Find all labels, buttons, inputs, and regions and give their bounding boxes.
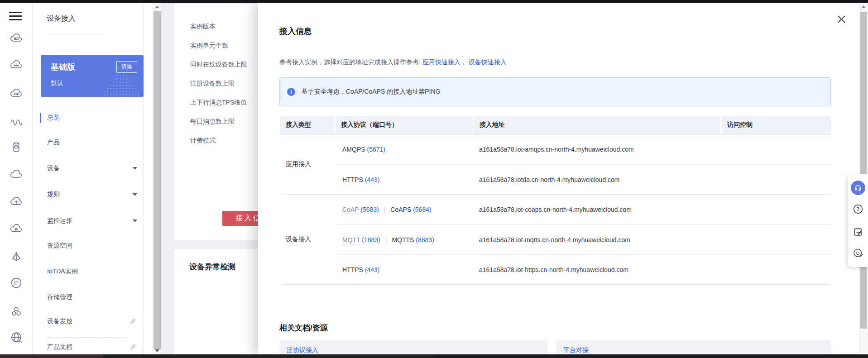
port-link[interactable]: (1883)	[362, 236, 380, 243]
message-waves-icon[interactable]	[9, 113, 24, 128]
cluster-icon[interactable]	[9, 304, 24, 319]
protocol-cell: HTTPS (443)	[336, 176, 474, 183]
sidebar-item-7[interactable]: IoTDA实例	[40, 267, 144, 277]
info-icon: i	[287, 88, 295, 96]
top-bar	[0, 0, 868, 3]
cloud-play-icon[interactable]	[9, 221, 24, 236]
sidebar-item-label: 监控运维	[40, 217, 72, 225]
sidebar-item-10[interactable]: 产品文档	[40, 342, 144, 352]
protocol-name: AMQPS	[342, 146, 365, 153]
protocol-name[interactable]: MQTT	[342, 236, 360, 244]
port-link[interactable]: (5671)	[367, 146, 385, 153]
page-scrollbar[interactable]	[153, 3, 162, 354]
sidebar-item-label: 产品	[40, 138, 60, 147]
address-cell: a161a58a78.iot-amqps.cn-north-4.myhuawei…	[474, 146, 722, 153]
protocol-name: MQTTS	[392, 236, 414, 243]
scrollbar-thumb[interactable]	[860, 12, 867, 329]
spec-label: 计费模式	[190, 137, 216, 145]
address-cell: a161a58a78.iot-mqtts.cn-north-4.myhuawei…	[474, 236, 722, 243]
plan-name: 基础版	[51, 62, 75, 72]
sidebar-item-4[interactable]: 规则	[40, 190, 144, 200]
plan-card: 基础版 切换 默认	[41, 55, 144, 97]
help-question-icon[interactable]: ?	[851, 202, 865, 216]
table-row: MQTT (1883)|MQTTS (8883)a161a58a78.iot-m…	[336, 224, 831, 254]
scrollbar-thumb[interactable]	[153, 11, 161, 349]
sidebar-item-9[interactable]: 设备发放	[40, 316, 144, 326]
icon-rail: IPw	[0, 3, 33, 354]
globe-icon[interactable]: w	[9, 330, 24, 345]
sidebar-item-label: 总览	[40, 114, 60, 122]
spec-label: 注册设备数上限	[190, 80, 235, 88]
sidebar-item-3[interactable]: 设备	[40, 163, 144, 173]
sidebar-title: 设备接入	[47, 14, 76, 24]
hamburger-menu-icon[interactable]	[9, 10, 22, 21]
protocol-cell: AMQPS (5671)	[336, 146, 474, 153]
feedback-form-icon[interactable]	[851, 225, 865, 239]
sidebar-item-label: 存储管理	[40, 293, 72, 301]
protocol-cell: HTTPS (443)	[336, 266, 474, 273]
sidebar-item-label: IoTDA实例	[40, 267, 78, 276]
port-link[interactable]: (8883)	[416, 236, 434, 243]
sidebar-item-label: 产品文档	[40, 343, 72, 351]
prism-icon[interactable]	[9, 248, 24, 264]
sidebar-divider	[47, 34, 105, 34]
device-quick-access-link[interactable]: 设备快速接入	[469, 58, 507, 66]
sidebar-item-1[interactable]: 总览	[40, 113, 144, 123]
close-icon[interactable]	[836, 15, 846, 25]
protocol-cell: MQTT (1883)|MQTTS (8883)	[336, 236, 474, 243]
info-banner-text: 基于安全考虑，CoAP/CoAPS 的接入地址禁PING	[302, 88, 441, 96]
sidebar-item-label: 规则	[40, 191, 60, 199]
sidebar-item-5[interactable]: 监控运维	[40, 216, 144, 226]
ip-icon[interactable]: IP	[9, 275, 24, 291]
port-link[interactable]: (443)	[365, 266, 380, 273]
protocol-name: CoAPS	[390, 206, 411, 213]
port-link[interactable]: (5683)	[360, 206, 379, 213]
table-group: 应用接入AMQPS (5671)a161a58a78.iot-amqps.cn-…	[280, 134, 831, 194]
cloud-upload-icon[interactable]	[9, 194, 24, 209]
port-link[interactable]: (443)	[365, 176, 380, 183]
spec-label: 实例版本	[190, 23, 216, 31]
scroll-down-arrow[interactable]	[153, 347, 161, 354]
table-row: HTTPS (443)a161a58a78.iotda.cn-north-4.m…	[336, 164, 831, 194]
protocol-name[interactable]: CoAP	[342, 206, 359, 214]
chevron-down-icon[interactable]	[133, 220, 137, 222]
spec-label: 实例单元个数	[190, 42, 228, 50]
port-link[interactable]: (5684)	[413, 206, 431, 213]
chevron-down-icon[interactable]	[133, 193, 137, 196]
scroll-up-arrow[interactable]	[153, 3, 161, 10]
cloud-icon[interactable]	[9, 167, 24, 182]
sidebar-item-label: 设备	[40, 164, 60, 172]
survey-smiley-icon[interactable]	[851, 246, 865, 260]
app-quick-access-link[interactable]: 应用快速接入	[422, 58, 460, 66]
sidebar: 设备接入 基础版 切换 默认 总览产品设备规则监控运维资源空间IoTDA实例存储…	[33, 3, 144, 354]
menu-divider	[47, 337, 126, 338]
address-cell: a161a58a78.iot-https.cn-north-4.myhuawei…	[474, 266, 722, 273]
protocol-name: HTTPS	[342, 266, 363, 273]
table-group: 设备接入CoAP (5683)|CoAPS (5684)a161a58a78.i…	[280, 194, 831, 284]
sidebar-item-6[interactable]: 资源空间	[40, 241, 144, 251]
table-header-cell: 接入协议（端口号）	[336, 116, 473, 134]
resource-card: 平台对接	[556, 340, 831, 354]
resource-link[interactable]: 泛协议接入	[287, 346, 318, 353]
chevron-down-icon[interactable]	[133, 167, 137, 170]
support-headset-icon[interactable]	[851, 181, 865, 195]
cloud-ellipsis-icon[interactable]	[9, 57, 24, 72]
access-type-cell: 应用接入	[280, 134, 336, 194]
cloud-console-icon[interactable]	[9, 86, 24, 101]
address-cell: a161a58a78.iot-coaps.cn-north-4.myhuawei…	[474, 206, 722, 213]
cloud-server-icon[interactable]	[9, 30, 24, 46]
spec-label: 同时在线设备数上限	[190, 61, 247, 69]
info-banner: i 基于安全考虑，CoAP/CoAPS 的接入地址禁PING	[279, 77, 831, 106]
help-dock: ?	[848, 174, 868, 267]
access-info-dialog: 接入信息 参考接入实例，选择对应的地址完成接入操作参考: 应用快速接入， 设备快…	[258, 3, 859, 354]
sidebar-item-2[interactable]: 产品	[40, 138, 144, 148]
device-panel-icon[interactable]	[9, 139, 24, 155]
resource-link[interactable]: 平台对接	[563, 346, 589, 353]
svg-text:IP: IP	[14, 281, 19, 286]
bottom-bar	[0, 354, 868, 358]
scroll-up-arrow[interactable]	[859, 3, 868, 10]
description-text: 参考接入实例，选择对应的地址完成接入操作参考:	[279, 58, 422, 66]
sidebar-item-8[interactable]: 存储管理	[40, 292, 144, 302]
table-header-cell: 接入地址	[474, 116, 720, 134]
protocol-separator: |	[384, 206, 386, 213]
